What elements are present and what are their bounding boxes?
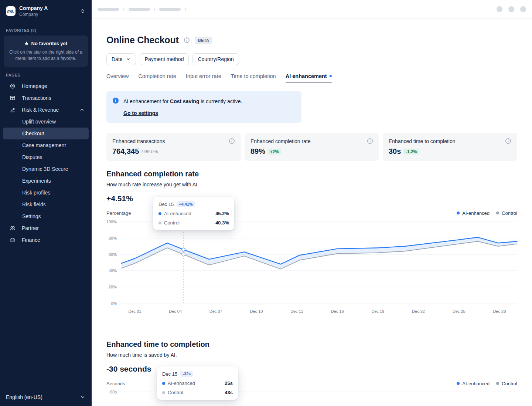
stat-value: 89%: [250, 147, 265, 156]
tooltip-series-dot: [158, 221, 161, 224]
favorites-section-label: FAVORITES (0): [6, 28, 86, 33]
tooltip-series-value: 25s: [225, 380, 233, 386]
beta-badge: BETA: [195, 37, 213, 44]
main-area: /// Online Checkout BETA DatePayment met…: [92, 0, 532, 406]
svg-text:40%: 40%: [109, 268, 117, 273]
org-meta: Company A Company: [19, 5, 76, 17]
legend-label: AI-enhanced: [462, 210, 490, 216]
sidebar-item-label: Settings: [22, 213, 41, 219]
table-icon: [10, 95, 16, 101]
stat-card-enhanced-completion-rate: Enhanced completion rate89%+2%: [245, 133, 379, 161]
sidebar-item-risk-fields[interactable]: Risk fields: [3, 199, 89, 210]
stat-card-enhanced-transactions: Enhanced transactions764,345/ 99.0%: [106, 133, 241, 161]
sidebar-item-settings[interactable]: Settings: [3, 210, 89, 222]
sidebar-item-label: Partner: [22, 225, 39, 231]
sidebar-item-label: Checkout: [22, 131, 44, 136]
filter-label: Date: [112, 56, 123, 62]
sidebar-item-uplift-overview[interactable]: Uplift overview: [3, 116, 89, 128]
tooltip-date: Dec 15: [162, 371, 177, 377]
svg-text:Dec 01: Dec 01: [129, 309, 141, 314]
sidebar-item-experiments[interactable]: Experiments: [3, 175, 89, 187]
tooltip-series-value: 45.2%: [215, 211, 229, 216]
tab-label: Input error rate: [186, 73, 221, 79]
sidebar-item-finance[interactable]: Finance: [3, 234, 89, 246]
chevron-down-icon: [80, 394, 86, 400]
sidebar-item-partner[interactable]: Partner: [3, 222, 89, 234]
breadcrumb-placeholder: [159, 8, 181, 11]
language-label: English (en-US): [6, 394, 42, 400]
stat-value: 764,345: [112, 147, 139, 156]
tab-overview[interactable]: Overview: [106, 73, 129, 82]
sidebar-item-transactions[interactable]: Transactions: [3, 92, 89, 104]
topbar-action-placeholder[interactable]: [508, 6, 514, 12]
section-subtitle: How much time is saved by AI.: [106, 351, 517, 359]
favorites-empty-hint: Click on the star on the right side of a…: [8, 49, 83, 62]
section-subtitle: How much rate increase you get with AI.: [106, 181, 517, 188]
go-to-settings-link[interactable]: Go to settings: [123, 109, 158, 117]
legend-item-control[interactable]: Control: [496, 381, 517, 386]
chart-legend: AI-enhancedControl: [457, 381, 517, 386]
sidebar-item-checkout[interactable]: Checkout: [3, 128, 89, 139]
tab-input-error-rate[interactable]: Input error rate: [186, 73, 221, 82]
sidebar: ms. Company A Company FAVORITES (0) ★ No…: [0, 0, 92, 406]
sidebar-item-disputes[interactable]: Disputes: [3, 151, 89, 163]
tooltip-series-dot: [162, 391, 165, 394]
sidebar-item-label: Homepage: [22, 83, 47, 89]
sidebar-item-label: Dynamic 3D Secure: [22, 166, 68, 172]
app-window: ms. Company A Company FAVORITES (0) ★ No…: [0, 0, 532, 406]
sidebar-item-case-management[interactable]: Case management: [3, 139, 89, 151]
sidebar-item-label: Risk & Revenue: [22, 107, 59, 113]
svg-text:Dec 25: Dec 25: [453, 309, 466, 314]
tooltip-date: Dec 15: [158, 202, 174, 207]
favorites-empty-state: ★ No favorites yet Click on the star on …: [4, 35, 88, 67]
pages-section-label: PAGES: [6, 73, 86, 77]
info-icon[interactable]: [505, 138, 511, 144]
sidebar-item-label: Risk profiles: [22, 190, 50, 196]
legend-dot: [496, 382, 499, 385]
tooltip-delta-badge: -32s: [180, 371, 193, 377]
svg-text:Dec 16: Dec 16: [331, 309, 344, 314]
tab-time-to-completion[interactable]: Time to completion: [231, 73, 276, 82]
breadcrumb-placeholder: [129, 8, 150, 11]
info-icon[interactable]: [229, 138, 235, 144]
legend-item-ai-enhanced[interactable]: AI-enhanced: [457, 210, 490, 216]
sidebar-item-homepage[interactable]: Homepage: [3, 80, 89, 92]
svg-text:Dec 19: Dec 19: [371, 309, 384, 314]
topbar-action-placeholder[interactable]: [497, 6, 502, 12]
stat-label: Enhanced transactions: [112, 138, 165, 144]
org-switcher[interactable]: ms. Company A Company: [0, 0, 92, 22]
tab-ai-enhancement[interactable]: AI enhancement: [286, 73, 332, 82]
y-axis-label: Seconds: [106, 381, 125, 386]
topbar-action-placeholder[interactable]: [520, 6, 526, 12]
tooltip-delta-badge: +4.41%: [177, 201, 195, 207]
company-logo: ms.: [6, 6, 16, 16]
sidebar-item-label: Experiments: [22, 178, 51, 184]
filter-payment-method[interactable]: Payment method: [140, 53, 189, 65]
filter-country-region[interactable]: Country/Region: [192, 53, 239, 65]
page-title-info-icon[interactable]: [184, 37, 190, 43]
language-switcher[interactable]: English (en-US): [0, 388, 92, 406]
sidebar-item-risk-revenue[interactable]: Risk & Revenue: [3, 104, 89, 116]
svg-text:60%: 60%: [109, 252, 117, 257]
filter-date[interactable]: Date: [106, 53, 136, 65]
section-title: Enhanced completion rate: [106, 169, 517, 179]
completion-rate-chart[interactable]: 0%20%40%60%80%100%Dec 01Dec 04Dec 07Dec …: [106, 217, 521, 328]
section-title: Enhanced time to completion: [106, 339, 517, 349]
stat-delta-badge: +2%: [268, 149, 281, 155]
chart-legend: AI-enhancedControl: [457, 210, 517, 216]
company-type: Company: [19, 12, 76, 17]
stat-label: Enhanced completion rate: [250, 138, 311, 144]
company-name: Company A: [19, 5, 76, 11]
tab-completion-rate[interactable]: Completion rate: [138, 73, 176, 82]
tooltip-series-dot: [162, 382, 165, 385]
people-icon: [10, 225, 16, 231]
sidebar-item-dynamic-3d-secure[interactable]: Dynamic 3D Secure: [3, 163, 89, 175]
info-icon[interactable]: [367, 138, 373, 144]
sidebar-item-risk-profiles[interactable]: Risk profiles: [3, 187, 89, 199]
legend-item-ai-enhanced[interactable]: AI-enhanced: [457, 381, 490, 386]
legend-dot: [496, 212, 499, 214]
tooltip-series-name: Control: [164, 220, 180, 226]
legend-label: Control: [502, 381, 517, 386]
legend-item-control[interactable]: Control: [496, 210, 517, 216]
stat-value: 30s: [389, 147, 401, 156]
